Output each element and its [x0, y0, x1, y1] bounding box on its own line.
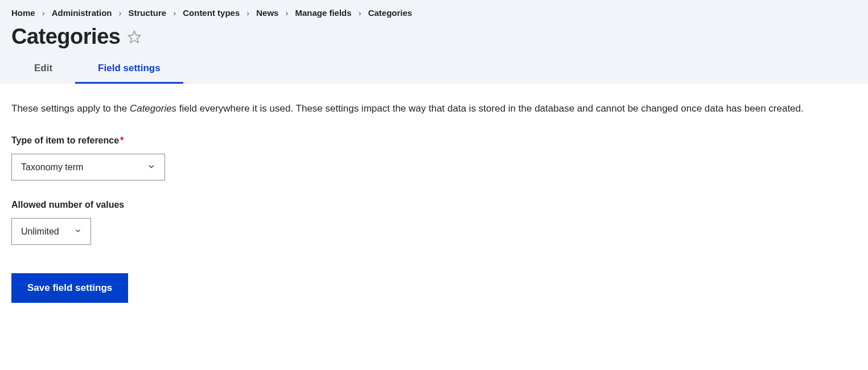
breadcrumb-item-administration[interactable]: Administration	[52, 8, 112, 18]
star-icon[interactable]	[127, 30, 142, 44]
breadcrumb-item-news[interactable]: News	[256, 8, 278, 18]
chevron-right-icon: ›	[281, 8, 293, 18]
breadcrumb-item-manage-fields[interactable]: Manage fields	[295, 8, 351, 18]
chevron-right-icon: ›	[354, 8, 366, 18]
breadcrumb-item-content-types[interactable]: Content types	[183, 8, 240, 18]
type-of-item-label: Type of item to reference*	[11, 135, 857, 146]
allowed-values-select[interactable]: Unlimited	[11, 218, 91, 245]
breadcrumb-item-current: Categories	[368, 8, 413, 18]
chevron-right-icon: ›	[38, 8, 50, 18]
allowed-values-label: Allowed number of values	[11, 200, 857, 210]
tabs: Edit Field settings	[11, 55, 857, 84]
page-title: Categories	[11, 24, 120, 49]
breadcrumb-item-home[interactable]: Home	[11, 8, 35, 18]
field-settings-description: These settings apply to the Categories f…	[11, 101, 857, 116]
chevron-right-icon: ›	[114, 8, 126, 18]
type-of-item-select[interactable]: Taxonomy term	[11, 154, 165, 180]
breadcrumb: Home › Administration › Structure › Cont…	[11, 8, 857, 18]
chevron-right-icon: ›	[168, 8, 180, 18]
required-indicator: *	[120, 135, 124, 145]
tab-field-settings[interactable]: Field settings	[75, 55, 183, 84]
tab-edit[interactable]: Edit	[11, 55, 75, 84]
svg-marker-0	[129, 31, 141, 42]
chevron-right-icon: ›	[242, 8, 254, 18]
save-field-settings-button[interactable]: Save field settings	[11, 273, 128, 303]
breadcrumb-item-structure[interactable]: Structure	[129, 8, 167, 18]
